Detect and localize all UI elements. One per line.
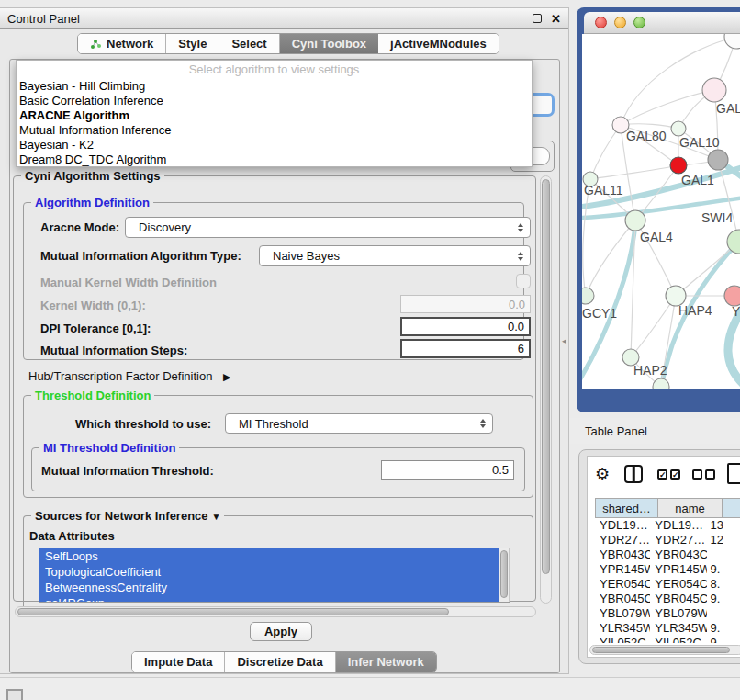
select-all-checkbox-icon-2[interactable]: ✓ xyxy=(670,469,680,480)
algorithm-option[interactable]: ARACNE Algorithm xyxy=(17,108,532,123)
algorithm-option[interactable]: Bayesian - Hill Climbing xyxy=(17,79,532,94)
algorithm-option[interactable]: Bayesian - K2 xyxy=(17,138,532,152)
table-row[interactable]: YLR345W YLR345W 9. xyxy=(595,621,740,636)
table-row[interactable]: YBL079W YBL079W xyxy=(595,606,740,621)
dpi-tolerance-field[interactable]: 0.0 xyxy=(400,317,531,336)
gear-icon[interactable]: ⚙ xyxy=(595,464,610,483)
table-horizontal-scrollbar-thumb[interactable] xyxy=(592,647,730,653)
cell-value: 12 xyxy=(707,533,740,548)
column-header-third[interactable]: A xyxy=(723,498,740,518)
network-node-label: GAL1 xyxy=(681,173,714,187)
zoom-traffic-light[interactable] xyxy=(633,17,645,28)
network-node-label: GAL10 xyxy=(679,135,720,150)
attributes-scrollbar-thumb[interactable] xyxy=(500,550,508,598)
hub-factor-expander[interactable]: Hub/Transcription Factor Definition ▶ xyxy=(28,369,230,383)
table-row[interactable]: YER054C YER054C 8. xyxy=(595,577,740,592)
cell-value xyxy=(707,606,740,621)
window-title: Control Panel xyxy=(7,12,80,26)
cell-value xyxy=(707,548,740,562)
network-node-label: Y xyxy=(732,304,740,319)
apply-button[interactable]: Apply xyxy=(250,622,312,641)
select-all-checkbox-icon[interactable]: ✓ xyxy=(657,469,667,480)
algorithm-option[interactable]: Basic Correlation Inference xyxy=(17,94,532,108)
table-row[interactable]: YDL19… YDL19… 13 xyxy=(595,518,740,533)
document-icon[interactable] xyxy=(727,463,740,484)
network-node-gal[interactable] xyxy=(702,78,726,102)
tab-network[interactable]: Network xyxy=(78,34,166,53)
table-row[interactable]: YBR045C YBR045C 9. xyxy=(595,592,740,606)
network-node-label: HAP4 xyxy=(678,303,712,318)
settings-vertical-scrollbar[interactable] xyxy=(540,175,552,604)
attribute-item[interactable]: BetweennessCentrality xyxy=(39,580,510,595)
settings-vertical-scrollbar-thumb[interactable] xyxy=(542,179,550,574)
tab-style[interactable]: Style xyxy=(166,34,219,53)
cell-name: YDR27… xyxy=(650,533,706,548)
settings-horizontal-scrollbar[interactable] xyxy=(15,606,536,617)
algorithm-definition-title: Algorithm Definition xyxy=(31,196,153,209)
panel-splitter-handle[interactable]: ◂ xyxy=(562,336,566,345)
float-window-icon[interactable] xyxy=(533,14,542,23)
table-row[interactable]: YPR145W YPR145W 9. xyxy=(595,562,740,577)
tab-impute-data[interactable]: Impute Data xyxy=(132,652,225,672)
algorithm-option[interactable]: Dream8 DC_TDC Algorithm xyxy=(17,152,532,167)
columns-icon[interactable] xyxy=(624,465,643,483)
attribute-item[interactable]: gal4RGexp xyxy=(39,595,510,603)
table-row[interactable]: YDR27… YDR27… 12 xyxy=(595,533,740,548)
deselect-all-checkbox-icon-2[interactable] xyxy=(705,469,715,480)
settings-horizontal-scrollbar-thumb[interactable] xyxy=(17,608,449,615)
table-row[interactable]: YIL052C YIL052C 9. xyxy=(595,636,740,643)
network-node-label: GCY1 xyxy=(582,306,617,321)
network-node[interactable] xyxy=(653,378,669,389)
table-inner-panel: ⚙ ✓ ✓ shared… name A YDL19… YDL19… 13 YD… xyxy=(587,456,740,658)
tab-select[interactable]: Select xyxy=(219,34,279,53)
algorithm-option[interactable]: Mutual Information Inference xyxy=(17,123,532,138)
mi-threshold-field[interactable]: 0.5 xyxy=(381,460,514,480)
column-header-shared-name[interactable]: shared… xyxy=(595,498,658,518)
network-node-gal1[interactable] xyxy=(670,157,687,174)
tab-discretize-data[interactable]: Discretize Data xyxy=(225,652,335,672)
network-canvas[interactable]: GALGAL80GAL10GAL1GAL11GAL4SWI4GCY1HAP4YH… xyxy=(582,34,740,389)
algorithm-dropdown-list: Bayesian - Hill ClimbingBasic Correlatio… xyxy=(17,79,532,167)
network-node-gcy1[interactable] xyxy=(582,288,594,304)
cell-shared-name: YBR045C xyxy=(595,592,650,606)
which-threshold-select[interactable]: MI Threshold xyxy=(225,413,493,434)
mi-algorithm-type-select[interactable]: Naive Bayes xyxy=(259,245,531,266)
network-node-y[interactable] xyxy=(724,286,740,306)
tab-infer-network[interactable]: Infer Network xyxy=(336,652,436,672)
algorithm-definition-group: Algorithm Definition Aracne Mode: Discov… xyxy=(23,202,524,360)
kernel-width-label: Kernel Width (0,1): xyxy=(40,299,146,312)
attributes-scrollbar[interactable] xyxy=(499,548,510,603)
tab-jactivemnodules[interactable]: jActiveMNodules xyxy=(378,34,499,53)
cell-shared-name: YLR345W xyxy=(595,621,650,636)
mi-algorithm-type-value: Naive Bayes xyxy=(260,249,518,263)
attribute-item[interactable]: TopologicalCoefficient xyxy=(39,564,510,580)
manual-kernel-width-checkbox[interactable] xyxy=(516,274,531,288)
cell-name: YBR045C xyxy=(650,592,706,606)
cell-shared-name: YBL079W xyxy=(595,606,650,621)
tab-discretize-data-label: Discretize Data xyxy=(237,655,322,669)
kernel-width-field[interactable]: 0.0 xyxy=(400,295,531,313)
deselect-all-checkbox-icon[interactable] xyxy=(692,469,702,480)
apply-button-label: Apply xyxy=(264,625,297,638)
table-row[interactable]: YBR043C YBR043C xyxy=(595,548,740,562)
network-node[interactable] xyxy=(708,150,728,170)
table-horizontal-scrollbar[interactable] xyxy=(589,645,740,655)
network-node[interactable] xyxy=(724,34,740,49)
aracne-mode-select[interactable]: Discovery xyxy=(125,217,531,238)
hub-factor-label: Hub/Transcription Factor Definition xyxy=(28,369,212,383)
mi-steps-field[interactable]: 6 xyxy=(400,339,531,358)
minimized-window-icon[interactable] xyxy=(6,689,23,700)
network-tab-icon xyxy=(90,39,102,50)
minimize-traffic-light[interactable] xyxy=(614,17,626,28)
column-header-name[interactable]: name xyxy=(658,498,723,518)
network-node-gal4[interactable] xyxy=(625,210,645,231)
cell-value: 9. xyxy=(707,621,740,636)
close-traffic-light[interactable] xyxy=(595,17,607,28)
network-node-gal10[interactable] xyxy=(671,121,686,136)
attribute-item[interactable]: SelfLoops xyxy=(39,548,510,564)
manual-kernel-width-label: Manual Kernel Width Definition xyxy=(40,276,217,289)
collapse-arrow-icon[interactable]: ▼ xyxy=(212,512,221,522)
network-node-label: GAL4 xyxy=(640,230,673,244)
close-icon[interactable]: ✕ xyxy=(551,12,561,26)
tab-cyni-toolbox[interactable]: Cyni Toolbox xyxy=(280,34,378,53)
